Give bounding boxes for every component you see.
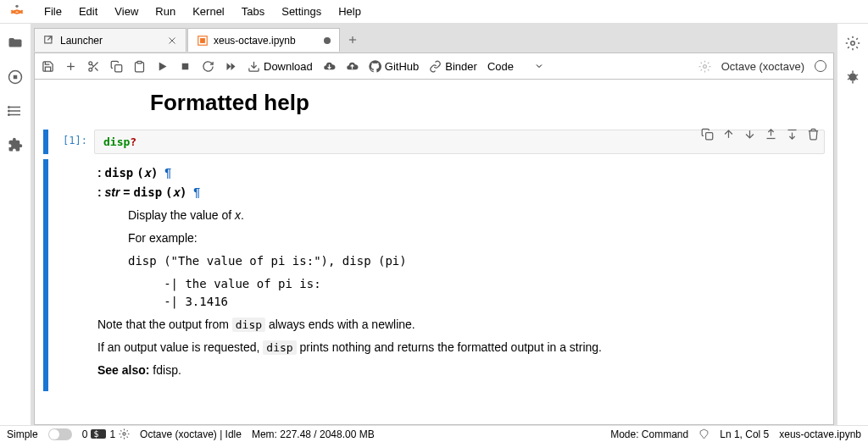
cell-prompt: [1]: bbox=[50, 130, 94, 154]
svg-line-30 bbox=[92, 64, 93, 66]
menu-settings[interactable]: Settings bbox=[273, 5, 330, 18]
restart-icon[interactable] bbox=[202, 60, 214, 73]
binder-button[interactable]: Binder bbox=[429, 60, 477, 73]
copy-icon[interactable] bbox=[110, 60, 123, 73]
svg-rect-31 bbox=[115, 64, 122, 71]
svg-rect-34 bbox=[182, 63, 189, 69]
github-label: GitHub bbox=[385, 60, 419, 73]
insert-above-icon[interactable] bbox=[765, 128, 777, 141]
signature-1: : disp (x) ¶ bbox=[97, 164, 825, 182]
notebook-icon bbox=[197, 35, 209, 47]
toc-icon[interactable] bbox=[8, 103, 23, 119]
open-tabs-count[interactable]: 0 $_ 1 bbox=[82, 428, 130, 440]
cloud-download-icon[interactable] bbox=[323, 60, 336, 73]
menu-tabs[interactable]: Tabs bbox=[233, 5, 273, 18]
simple-label: Simple bbox=[7, 428, 38, 440]
doc-block: Display the value of x. For example: dis… bbox=[128, 207, 825, 379]
launcher-icon bbox=[43, 35, 55, 47]
duplicate-cell-icon[interactable] bbox=[701, 128, 714, 141]
notebook-area[interactable]: Formatted help [1]: disp? : bbox=[34, 80, 834, 425]
download-button[interactable]: Download bbox=[248, 60, 313, 73]
chevron-down-icon bbox=[534, 61, 544, 71]
tab-notebook-label: xeus-octave.ipynb bbox=[214, 35, 296, 47]
notification-icon[interactable] bbox=[698, 428, 709, 439]
folder-icon[interactable] bbox=[8, 36, 23, 51]
insert-below-icon[interactable] bbox=[786, 128, 798, 141]
memory-status: Mem: 227.48 / 2048.00 MB bbox=[252, 428, 375, 440]
new-tab-button[interactable] bbox=[341, 28, 364, 52]
celltype-select[interactable]: Code bbox=[487, 60, 544, 73]
lsp-icon bbox=[119, 428, 130, 439]
kernel-status-icon[interactable] bbox=[815, 60, 826, 72]
move-down-icon[interactable] bbox=[743, 128, 756, 141]
left-activity-bar bbox=[0, 24, 31, 425]
debugger-icon[interactable] bbox=[845, 69, 860, 85]
cell-marker bbox=[43, 130, 48, 154]
filename-status[interactable]: xeus-octave.ipynb bbox=[779, 428, 861, 440]
menu-edit[interactable]: Edit bbox=[70, 5, 106, 18]
delete-cell-icon[interactable] bbox=[807, 128, 820, 141]
download-label: Download bbox=[264, 60, 313, 73]
svg-point-8 bbox=[8, 114, 10, 116]
binder-icon bbox=[429, 60, 442, 73]
terminal-icon: $_ bbox=[91, 429, 106, 439]
run-icon[interactable] bbox=[156, 60, 169, 73]
output-marker bbox=[43, 159, 48, 391]
svg-point-6 bbox=[8, 107, 10, 108]
binder-label: Binder bbox=[445, 60, 477, 73]
cell-output: : disp (x) ¶ : str = disp (x) ¶ Display … bbox=[43, 159, 825, 391]
tab-notebook[interactable]: xeus-octave.ipynb bbox=[187, 28, 340, 52]
tab-bar: Launcher xeus-octave.ipynb bbox=[34, 27, 834, 52]
svg-point-48 bbox=[123, 433, 125, 435]
kernel-status[interactable]: Octave (xoctave) | Idle bbox=[140, 428, 242, 440]
signature-2: : str = disp (x) ¶ bbox=[97, 184, 825, 202]
stop-icon[interactable] bbox=[179, 60, 192, 73]
svg-marker-33 bbox=[159, 62, 167, 70]
github-button[interactable]: GitHub bbox=[369, 60, 419, 73]
svg-point-9 bbox=[851, 41, 855, 46]
running-icon[interactable] bbox=[8, 69, 23, 85]
tab-launcher[interactable]: Launcher bbox=[34, 28, 186, 52]
menu-kernel[interactable]: Kernel bbox=[184, 5, 233, 18]
output-body: : disp (x) ¶ : str = disp (x) ¶ Display … bbox=[50, 159, 825, 391]
simple-toggle[interactable] bbox=[48, 428, 72, 440]
cursor-position[interactable]: Ln 1, Col 5 bbox=[720, 428, 769, 440]
save-icon[interactable] bbox=[42, 60, 54, 73]
page-title: Formatted help bbox=[150, 90, 833, 116]
svg-point-7 bbox=[8, 110, 10, 112]
svg-line-16 bbox=[856, 79, 858, 80]
svg-marker-35 bbox=[227, 63, 231, 70]
cell-toolbar bbox=[701, 128, 820, 141]
menu-view[interactable]: View bbox=[106, 5, 147, 18]
svg-rect-2 bbox=[14, 75, 18, 80]
svg-line-15 bbox=[848, 79, 849, 80]
svg-point-40 bbox=[703, 64, 706, 68]
kernel-name[interactable]: Octave (xoctave) bbox=[721, 60, 804, 73]
add-cell-icon[interactable] bbox=[64, 60, 77, 73]
extensions-icon[interactable] bbox=[8, 137, 23, 152]
kernel-busy-icon[interactable] bbox=[698, 60, 711, 73]
close-icon[interactable] bbox=[167, 36, 177, 46]
svg-point-26 bbox=[89, 61, 92, 64]
github-icon bbox=[369, 60, 381, 73]
cloud-upload-icon[interactable] bbox=[346, 60, 359, 73]
svg-point-0 bbox=[15, 4, 18, 7]
menu-file[interactable]: File bbox=[36, 5, 70, 18]
svg-point-27 bbox=[89, 68, 92, 71]
svg-line-14 bbox=[856, 75, 858, 76]
dirty-indicator-icon bbox=[324, 37, 331, 44]
svg-line-13 bbox=[848, 75, 849, 76]
notebook-toolbar: Download GitHub Binder Code Octave (xoct… bbox=[34, 52, 834, 80]
celltype-label: Code bbox=[487, 60, 514, 73]
cut-icon[interactable] bbox=[87, 60, 100, 73]
move-up-icon[interactable] bbox=[722, 128, 735, 141]
right-activity-bar bbox=[837, 24, 868, 85]
svg-line-29 bbox=[95, 68, 97, 70]
menu-help[interactable]: Help bbox=[330, 5, 370, 18]
paste-icon[interactable] bbox=[133, 60, 146, 73]
property-inspector-icon[interactable] bbox=[845, 36, 860, 51]
menu-run[interactable]: Run bbox=[147, 5, 184, 18]
restart-run-all-icon[interactable] bbox=[225, 60, 237, 73]
code-cell[interactable]: [1]: disp? bbox=[43, 130, 825, 154]
svg-rect-41 bbox=[706, 133, 713, 140]
